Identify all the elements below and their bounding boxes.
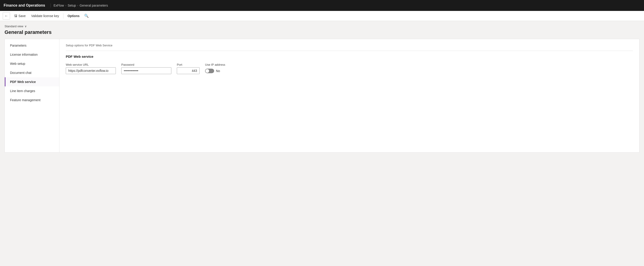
port-label: Port: [177, 63, 200, 66]
search-icon: 🔍: [84, 14, 89, 18]
breadcrumb-general-parameters[interactable]: General parameters: [80, 4, 108, 7]
breadcrumb-setup[interactable]: Setup: [68, 4, 76, 7]
toggle-container: No: [205, 69, 225, 73]
breadcrumb-exflow[interactable]: ExFlow: [54, 4, 64, 7]
breadcrumb: ExFlow › Setup › General parameters: [54, 4, 108, 7]
sidebar-item-line-item-charges[interactable]: Line item charges: [5, 86, 59, 95]
breadcrumb-chevron-1: ›: [65, 4, 66, 7]
app-title: Finance and Operations: [4, 3, 51, 7]
main-layout: Parameters License information Web setup…: [4, 39, 640, 153]
sidebar-item-document-chat[interactable]: Document chat: [5, 68, 59, 77]
use-ip-address-field: Use IP address No: [205, 63, 225, 73]
validate-license-label: Validate license key: [31, 14, 59, 18]
password-label: Password: [121, 63, 171, 66]
sidebar-item-feature-management[interactable]: Feature management: [5, 95, 59, 105]
password-input[interactable]: [121, 67, 171, 74]
toggle-label-text: No: [216, 69, 220, 73]
back-button[interactable]: ←: [3, 12, 10, 19]
options-label: Options: [68, 14, 80, 18]
port-field: Port: [177, 63, 200, 74]
validate-license-button[interactable]: Validate license key: [29, 13, 62, 19]
search-button[interactable]: 🔍: [83, 12, 90, 19]
save-label: Save: [18, 14, 26, 18]
sidebar-item-web-setup[interactable]: Web setup: [5, 59, 59, 68]
content-area: Setup options for PDF Web Service PDF We…: [60, 39, 639, 152]
password-field: Password: [121, 63, 171, 74]
action-bar: ← 🖫 Save Validate license key Options 🔍: [0, 11, 644, 21]
section-description: Setup options for PDF Web Service: [66, 44, 633, 47]
section-divider: [66, 51, 633, 51]
chevron-down-icon: ∨: [24, 24, 27, 28]
page-title: General parameters: [4, 29, 640, 35]
use-ip-address-toggle[interactable]: [205, 69, 214, 73]
toggle-slider: [205, 69, 214, 73]
web-service-url-field: Web service URL: [66, 63, 116, 74]
section-heading: PDF Web service: [66, 54, 633, 58]
web-service-url-input[interactable]: [66, 67, 116, 74]
action-divider: [63, 13, 64, 19]
web-service-url-label: Web service URL: [66, 63, 116, 66]
top-bar: Finance and Operations ExFlow › Setup › …: [0, 0, 644, 11]
save-button[interactable]: 🖫 Save: [12, 13, 28, 19]
save-icon: 🖫: [14, 14, 17, 18]
sidebar-item-license-information[interactable]: License information: [5, 50, 59, 59]
breadcrumb-chevron-2: ›: [77, 4, 78, 7]
options-button[interactable]: Options: [65, 13, 82, 19]
port-input[interactable]: [177, 67, 200, 74]
sidebar-item-parameters[interactable]: Parameters: [5, 41, 59, 50]
page-content: Standard view ∨ General parameters Param…: [0, 21, 644, 156]
standard-view-label: Standard view: [4, 24, 23, 28]
sidebar-item-pdf-web-service[interactable]: PDF Web service: [5, 77, 59, 86]
form-row: Web service URL Password Port Use IP add…: [66, 63, 633, 74]
standard-view-selector[interactable]: Standard view ∨: [4, 24, 640, 28]
use-ip-address-label: Use IP address: [205, 63, 225, 66]
sidebar: Parameters License information Web setup…: [5, 39, 60, 152]
